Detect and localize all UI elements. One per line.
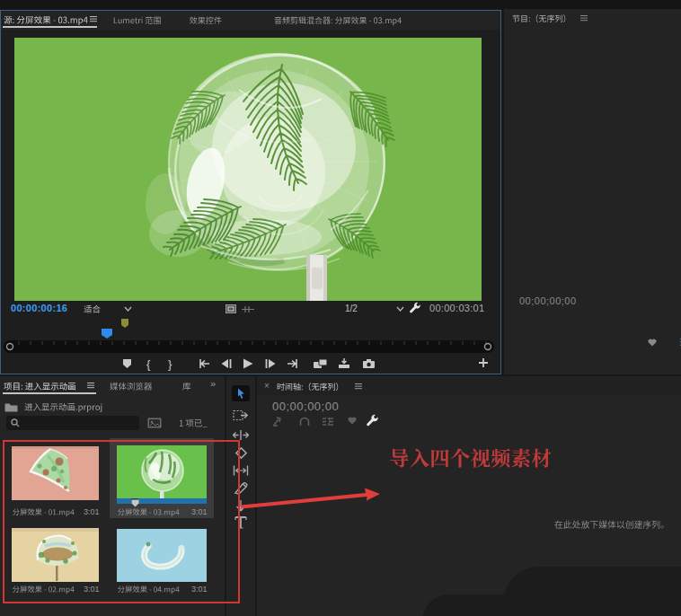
svg-text:}: }	[168, 357, 172, 371]
svg-text:{: {	[146, 357, 151, 371]
